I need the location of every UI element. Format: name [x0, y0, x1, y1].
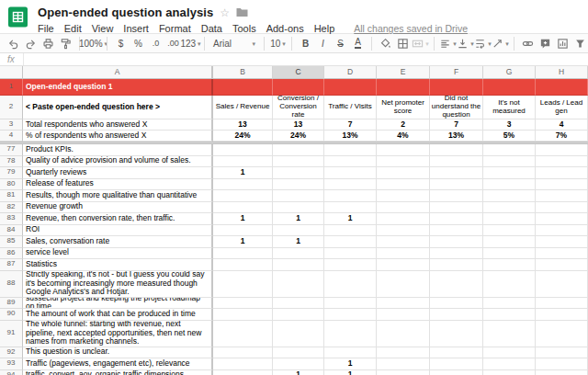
cell-A84[interactable]: ROI — [23, 225, 213, 237]
cell-C84[interactable] — [273, 225, 324, 237]
cell-G87[interactable] — [483, 259, 536, 271]
cell-E83[interactable] — [377, 213, 430, 225]
cell-G84[interactable] — [483, 225, 536, 237]
row-header-85[interactable]: 85 — [0, 236, 23, 248]
cell-B80[interactable] — [213, 179, 273, 191]
print-button[interactable] — [40, 35, 56, 51]
cell-H88[interactable] — [536, 271, 588, 298]
cell-D84[interactable] — [324, 225, 377, 237]
cell-F82[interactable] — [430, 202, 483, 214]
cell-C82[interactable] — [273, 202, 324, 214]
insert-comment-button[interactable] — [537, 35, 553, 51]
cell-D83[interactable]: 1 — [324, 213, 377, 225]
cell-E84[interactable] — [377, 225, 430, 237]
cell-A79[interactable]: Quarterly reviews — [23, 167, 213, 179]
cell-F81[interactable] — [430, 190, 483, 202]
column-header-B[interactable]: B — [213, 66, 273, 79]
column-header-G[interactable]: G — [483, 66, 536, 79]
cell-B83[interactable]: 1 — [213, 213, 273, 225]
font-size-button[interactable]: 10▾ — [270, 35, 286, 51]
cell-E78[interactable] — [377, 156, 430, 168]
cell-A94[interactable]: traffic, convert, aov, organic traffic d… — [23, 370, 213, 375]
cell-F77[interactable] — [430, 144, 483, 156]
cell-F79[interactable] — [430, 167, 483, 179]
format-currency-button[interactable]: $ — [113, 35, 129, 51]
cell-H81[interactable] — [536, 190, 588, 202]
cell-B3[interactable]: 13 — [213, 119, 273, 131]
merge-cells-button[interactable]: ▾ — [413, 35, 428, 51]
cell-F78[interactable] — [430, 156, 483, 168]
cell-F87[interactable] — [430, 259, 483, 271]
menu-add-ons[interactable]: Add-ons — [266, 23, 304, 34]
cell-E88[interactable] — [377, 271, 430, 298]
text-wrap-button[interactable]: ▾ — [475, 35, 491, 51]
cell-F90[interactable] — [430, 309, 483, 321]
menu-tools[interactable]: Tools — [232, 23, 256, 34]
strikethrough-button[interactable]: S — [333, 35, 348, 51]
cell-F84[interactable] — [430, 225, 483, 237]
row-header-86[interactable]: 86 — [0, 248, 23, 260]
cell-A1[interactable]: Open-ended question 1 — [23, 79, 213, 96]
cell-C86[interactable] — [273, 248, 324, 260]
insert-chart-button[interactable] — [555, 35, 571, 51]
cell-B91[interactable] — [213, 321, 273, 347]
column-header-H[interactable]: H — [536, 66, 588, 79]
cell-G90[interactable] — [483, 309, 536, 321]
insert-link-button[interactable] — [520, 35, 536, 51]
cell-H92[interactable] — [536, 347, 588, 359]
cell-C2[interactable]: Conversion / Conversion rate — [273, 96, 324, 119]
cell-A83[interactable]: Revenue, then conversion rate, then traf… — [23, 213, 213, 225]
filter-button[interactable] — [572, 35, 588, 51]
cell-G80[interactable] — [483, 179, 536, 191]
cell-H1[interactable] — [536, 79, 588, 96]
cell-B78[interactable] — [213, 156, 273, 168]
cell-E86[interactable] — [377, 248, 430, 260]
cell-H89[interactable] — [536, 298, 588, 310]
italic-button[interactable]: I — [315, 35, 331, 51]
cell-G88[interactable] — [483, 271, 536, 298]
cell-E82[interactable] — [377, 202, 430, 214]
cell-A82[interactable]: Revenue growth — [23, 202, 213, 214]
cell-B77[interactable] — [213, 144, 273, 156]
cell-A92[interactable]: This question is unclear. — [23, 347, 213, 359]
cell-D77[interactable] — [324, 144, 377, 156]
cell-C83[interactable]: 1 — [273, 213, 324, 225]
cell-G77[interactable] — [483, 144, 536, 156]
cell-C88[interactable] — [273, 271, 324, 298]
cell-B84[interactable] — [213, 225, 273, 237]
cell-A85[interactable]: Sales, conversation rate — [23, 236, 213, 248]
row-header-88[interactable]: 88 — [0, 271, 23, 298]
column-header-E[interactable]: E — [377, 66, 430, 79]
cell-D79[interactable] — [324, 167, 377, 179]
cell-C92[interactable] — [273, 347, 324, 359]
row-header-90[interactable]: 90 — [0, 309, 23, 321]
cell-G79[interactable] — [483, 167, 536, 179]
cell-F93[interactable] — [430, 358, 483, 370]
bold-button[interactable]: B — [298, 35, 313, 51]
cell-A93[interactable]: Traffic (pageviews, engagement etc), rel… — [23, 358, 213, 370]
row-header-93[interactable]: 93 — [0, 358, 23, 370]
sheets-logo-icon[interactable] — [7, 6, 28, 28]
cell-D94[interactable]: 1 — [324, 370, 377, 375]
cell-C3[interactable]: 13 — [273, 119, 324, 131]
cell-A81[interactable]: Results, though more qualitative than qu… — [23, 190, 213, 202]
row-header-2[interactable]: 2 — [0, 96, 23, 119]
cell-G92[interactable] — [483, 347, 536, 359]
menu-format[interactable]: Format — [159, 23, 191, 34]
vertical-align-button[interactable]: ▾ — [458, 35, 473, 51]
cell-E91[interactable] — [377, 321, 430, 347]
cell-G86[interactable] — [483, 248, 536, 260]
decrease-decimal-places-button[interactable]: .0 — [148, 35, 164, 51]
row-header-83[interactable]: 83 — [0, 213, 23, 225]
row-header-1[interactable]: 1 — [0, 79, 23, 96]
saved-status[interactable]: All changes saved in Drive — [354, 23, 468, 34]
row-header-81[interactable]: 81 — [0, 190, 23, 202]
cell-C80[interactable] — [273, 179, 324, 191]
cell-D82[interactable] — [324, 202, 377, 214]
cell-A78[interactable]: Quality of advice provision and volume o… — [23, 156, 213, 168]
row-header-84[interactable]: 84 — [0, 225, 23, 237]
cell-F94[interactable] — [430, 370, 483, 375]
cell-D87[interactable] — [324, 259, 377, 271]
cell-B87[interactable] — [213, 259, 273, 271]
column-header-F[interactable]: F — [430, 66, 483, 79]
